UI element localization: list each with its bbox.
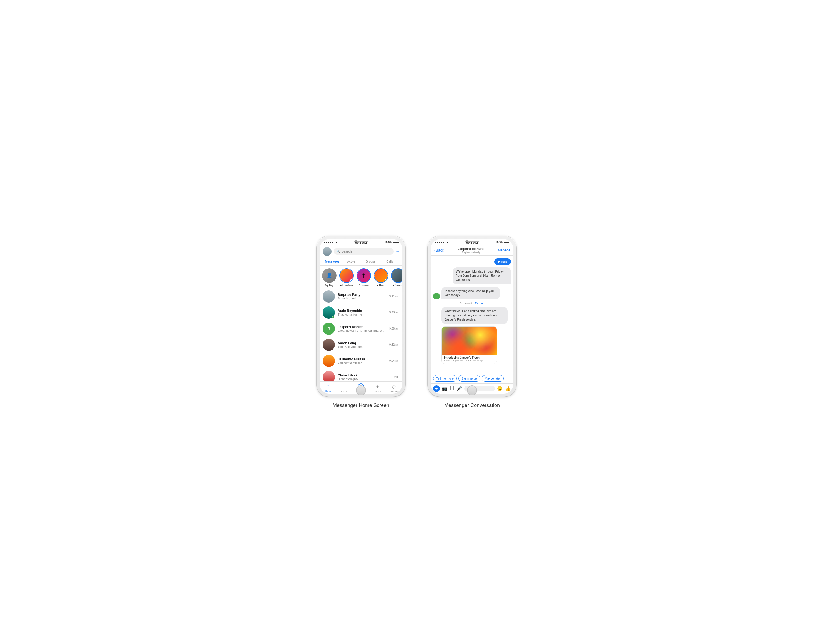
claire-preview: Dinner tonight?	[338, 377, 391, 381]
story-henri[interactable]: ● Henri	[374, 268, 388, 287]
chat-left-row-1: J Is there anything else I can help you …	[433, 287, 511, 300]
henri-avatar	[374, 268, 388, 283]
chat-bubble-help: Is there anything else I can help you wi…	[442, 287, 500, 300]
product-subtitle: Seasonal produce at your doorstep	[444, 359, 495, 362]
chat-bubble-hours: We're open Monday through Friday from 9a…	[453, 267, 511, 285]
aude-content: Aude Reynolds That works for me	[338, 309, 386, 316]
guillermo-preview: You sent a sticker.	[338, 361, 386, 364]
user-avatar[interactable]	[323, 247, 331, 256]
message-item-jasper[interactable]: J Jasper's Market Great news! For a limi…	[320, 320, 402, 337]
aude-avatar	[323, 306, 335, 319]
sponsored-manage-link[interactable]: Manage	[475, 302, 484, 304]
search-bar[interactable]: 🔍 Search	[334, 248, 394, 255]
phone2-label: Messenger Conversation	[444, 402, 500, 408]
signal-dots-2: ▲	[435, 241, 449, 244]
manage-button[interactable]: Manage	[498, 248, 510, 252]
phone1-section: ▲ 9:41 AM 100% 🔍 Search	[317, 236, 405, 408]
message-item-aude[interactable]: Aude Reynolds That works for me 9:40 am	[320, 304, 402, 320]
christian-label: Christian	[359, 284, 369, 287]
phone2-shell: ▲ 9:41 AM 100% ‹ Back	[428, 236, 516, 397]
image-icon[interactable]: 🖼	[450, 386, 454, 391]
guillermo-content: Guillermo Freitas You sent a sticker.	[338, 357, 386, 364]
phone1-screen: ▲ 9:41 AM 100% 🔍 Search	[320, 239, 402, 394]
conv-name: Jasper's Market ›	[444, 247, 498, 251]
henri-label: ● Henri	[377, 284, 385, 287]
product-title: Introducing Jasper's Fresh	[444, 356, 495, 359]
aaron-time: 9:32 am	[389, 343, 399, 346]
aaron-avatar	[323, 339, 335, 351]
message-item-surprise[interactable]: Surprise Party! Sounds good. 9:41 am	[320, 288, 402, 304]
message-item-aaron[interactable]: Aaron Fang You: See you there! 9:32 am	[320, 337, 402, 353]
surprise-preview: Sounds good.	[338, 297, 386, 300]
back-label: Back	[436, 248, 444, 253]
add-button[interactable]: +	[433, 385, 440, 392]
games-label: Games	[374, 390, 381, 393]
message-item-guillermo[interactable]: Guillermo Freitas You sent a sticker. 9:…	[320, 353, 402, 369]
product-image	[442, 327, 497, 354]
product-card[interactable]: Introducing Jasper's Fresh Seasonal prod…	[442, 327, 497, 364]
messenger-tabs: Messages Active Groups Calls	[320, 258, 402, 266]
chat-area: Hours We're open Monday through Friday f…	[431, 256, 513, 375]
games-icon: ⊞	[375, 383, 380, 390]
nav-games[interactable]: ⊞ Games	[369, 383, 386, 393]
tab-active[interactable]: Active	[342, 258, 361, 265]
jasper-preview: Great news! For a limited time, we are..…	[338, 329, 386, 332]
myday-avatar: 👤	[322, 268, 336, 283]
jasper-content: Jasper's Market Great news! For a limite…	[338, 325, 386, 332]
promo-bubble: Great news! For a limited time, we are o…	[442, 307, 508, 324]
camera-icon[interactable]: 📷	[442, 386, 448, 391]
tab-calls[interactable]: Calls	[380, 258, 399, 265]
battery-percent-1: 100%	[384, 241, 391, 244]
aude-preview: That works for me	[338, 313, 386, 316]
messenger-header: 🔍 Search ✏	[320, 245, 402, 258]
home-button-1[interactable]	[356, 385, 366, 395]
wifi-icon: ▲	[335, 241, 338, 244]
search-placeholder: Search	[341, 250, 352, 253]
discover-icon: ◇	[392, 383, 396, 390]
story-christian[interactable]: ✝ Christian	[357, 268, 371, 287]
sign-me-up-button[interactable]: Sign me up	[458, 375, 480, 382]
surprise-time: 9:41 am	[389, 295, 399, 298]
claire-name: Claire Litvak	[338, 374, 391, 377]
page-container: ▲ 9:41 AM 100% 🔍 Search	[317, 236, 516, 408]
battery-icon-2	[504, 241, 509, 244]
loredana-label: ● Loredana	[340, 284, 353, 287]
story-myday[interactable]: 👤 My Day	[322, 268, 336, 287]
aaron-preview: You: See you there!	[338, 345, 386, 348]
quick-replies: Tell me more Sign me up Maybe later	[431, 375, 513, 383]
story-jeanm[interactable]: ● Jean-M	[391, 268, 402, 287]
jasper-avatar: J	[323, 322, 335, 335]
jasper-time: 9:38 am	[389, 327, 399, 330]
tab-groups[interactable]: Groups	[361, 258, 380, 265]
nav-people[interactable]: ☰ People	[336, 383, 353, 393]
wifi-icon-2: ▲	[446, 241, 449, 244]
jasper-name: Jasper's Market	[338, 325, 386, 329]
like-icon[interactable]: 👍	[505, 386, 511, 392]
sponsored-row: Sponsored · Manage	[433, 302, 511, 304]
home-button-2[interactable]	[467, 385, 477, 395]
status-time-2: 9:41 AM	[466, 241, 478, 244]
myday-label: My Day	[325, 284, 334, 287]
message-item-claire[interactable]: Claire Litvak Dinner tonight? Mon	[320, 369, 402, 382]
nav-home[interactable]: ⌂ Home	[320, 383, 336, 393]
edit-icon[interactable]: ✏	[396, 249, 399, 254]
hours-button[interactable]: Hours	[494, 258, 511, 265]
people-label: People	[341, 390, 348, 393]
mic-icon[interactable]: 🎤	[457, 386, 462, 391]
loredana-avatar	[339, 268, 354, 283]
surprise-avatar	[323, 290, 335, 303]
claire-content: Claire Litvak Dinner tonight?	[338, 374, 391, 381]
conv-header: ‹ Back Jasper's Market › Replies instant…	[431, 245, 513, 256]
nav-discover[interactable]: ◇ Discover	[386, 383, 402, 393]
story-loredana[interactable]: ● Loredana	[339, 268, 354, 287]
emoji-icon[interactable]: 🙂	[497, 386, 503, 391]
claire-time: Mon	[394, 375, 399, 378]
back-button[interactable]: ‹ Back	[434, 248, 444, 253]
tell-me-more-button[interactable]: Tell me more	[433, 375, 457, 382]
conv-subtitle: Replies instantly	[444, 251, 498, 254]
tab-messages[interactable]: Messages	[323, 258, 342, 265]
maybe-later-button[interactable]: Maybe later	[482, 375, 504, 382]
chevron-icon: ›	[483, 247, 484, 251]
guillermo-avatar	[323, 355, 335, 367]
phone2-screen: ▲ 9:41 AM 100% ‹ Back	[431, 239, 513, 394]
